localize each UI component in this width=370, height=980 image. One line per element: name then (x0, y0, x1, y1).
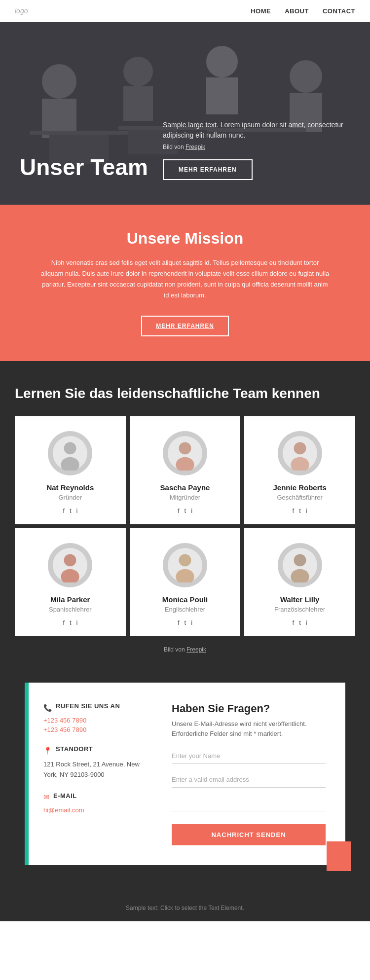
member-role-1: Mitgründer (140, 494, 231, 501)
hero-section: Unser Team Sample large text. Lorem ipsu… (0, 22, 370, 205)
instagram-icon-0[interactable]: i (76, 507, 78, 514)
twitter-icon-1[interactable]: t (185, 507, 186, 514)
social-icons-4: f t i (140, 619, 231, 626)
member-role-2: Geschäftsführer (254, 494, 345, 501)
form-subtitle: Unsere E-Mail-Adresse wird nicht veröffe… (172, 719, 326, 738)
twitter-icon-3[interactable]: t (70, 619, 72, 626)
twitter-icon-0[interactable]: t (70, 507, 72, 514)
social-icons-0: f t i (25, 507, 116, 514)
nav-about[interactable]: ABOUT (285, 7, 309, 15)
member-name-0: Nat Reynolds (25, 483, 116, 492)
address: 121 Rock Street, 21 Avenue, New York, NY… (43, 760, 142, 780)
avatar-5 (278, 543, 322, 587)
team-credit-link[interactable]: Freepik (186, 646, 206, 653)
phone-label: RUFEN SIE UNS AN (56, 702, 120, 710)
mission-section: Unsere Mission Nibh venenatis cras sed f… (0, 205, 370, 361)
hero-cta-button[interactable]: MEHR ERFAHREN (163, 159, 253, 180)
name-input[interactable] (172, 748, 326, 764)
mission-text: Nibh venenatis cras sed felis eget velit… (39, 257, 331, 301)
hero-content: Unser Team Sample large text. Lorem ipsu… (0, 120, 370, 180)
nav-contact[interactable]: CONTACT (323, 7, 355, 15)
instagram-icon-5[interactable]: i (306, 619, 307, 626)
hero-text: Sample large text. Lorem ipsum dolor sit… (163, 120, 350, 141)
mission-title: Unsere Mission (39, 229, 331, 248)
team-section-title: Lernen Sie das leidenschaftliche Team ke… (15, 386, 355, 401)
phone1[interactable]: +123 456 7890 (43, 717, 142, 724)
submit-button[interactable]: NACHRICHT SENDEN (172, 824, 326, 845)
social-icons-1: f t i (140, 507, 231, 514)
email-block: ✉ E-MAIL hi@email.com (43, 792, 142, 814)
avatar-0 (48, 431, 92, 475)
hero-credit: Bild von Freepik (163, 144, 350, 150)
svg-point-24 (64, 554, 76, 567)
avatar-1 (163, 431, 207, 475)
contact-info: 📞 RUFEN SIE UNS AN +123 456 7890 +123 45… (29, 683, 157, 865)
mission-cta-button[interactable]: MEHR ERFAHREN (141, 316, 229, 336)
member-name-4: Monica Pouli (140, 595, 231, 604)
instagram-icon-1[interactable]: i (191, 507, 192, 514)
team-card-1: Sascha Payne Mitgründer f t i (130, 416, 241, 524)
facebook-icon-1[interactable]: f (178, 507, 180, 514)
facebook-icon-2[interactable]: f (293, 507, 295, 514)
email-label: E-MAIL (53, 792, 77, 799)
team-credit: Bild von Freepik (15, 646, 355, 653)
location-label: STANDORT (56, 745, 93, 753)
member-name-3: Mila Parker (25, 595, 116, 604)
instagram-icon-4[interactable]: i (191, 619, 192, 626)
email-input[interactable] (172, 772, 326, 788)
svg-point-18 (179, 442, 191, 455)
nav-links: HOME ABOUT CONTACT (251, 7, 355, 15)
member-role-4: Englischlehrer (140, 606, 231, 613)
instagram-icon-3[interactable]: i (76, 619, 78, 626)
twitter-icon-4[interactable]: t (185, 619, 186, 626)
member-role-0: Gründer (25, 494, 116, 501)
svg-point-15 (64, 442, 76, 455)
member-role-5: Französischlehrer (254, 606, 345, 613)
footer-text: Sample text: Click to select the Text El… (10, 905, 360, 911)
social-icons-5: f t i (254, 619, 345, 626)
nav-home[interactable]: HOME (251, 7, 271, 15)
phone2[interactable]: +123 456 7890 (43, 726, 142, 733)
phone-block: 📞 RUFEN SIE UNS AN +123 456 7890 +123 45… (43, 702, 142, 733)
team-card-5: Walter Lilly Französischlehrer f t i (244, 528, 355, 636)
team-card-3: Mila Parker Spanischlehrer f t i (15, 528, 126, 636)
phone-icon: 📞 (43, 704, 52, 712)
contact-form: Haben Sie Fragen? Unsere E-Mail-Adresse … (157, 683, 345, 865)
team-card-0: Nat Reynolds Gründer f t i (15, 416, 126, 524)
location-block: 📍 STANDORT 121 Rock Street, 21 Avenue, N… (43, 745, 142, 780)
avatar-4 (163, 543, 207, 587)
svg-point-30 (294, 554, 306, 567)
svg-point-27 (179, 554, 191, 567)
logo: logo (15, 7, 28, 15)
member-name-5: Walter Lilly (254, 595, 345, 604)
member-name-1: Sascha Payne (140, 483, 231, 492)
twitter-icon-2[interactable]: t (299, 507, 301, 514)
email-icon: ✉ (43, 793, 49, 801)
hero-credit-link[interactable]: Freepik (185, 144, 205, 150)
facebook-icon-0[interactable]: f (63, 507, 65, 514)
message-input[interactable] (172, 796, 326, 811)
avatar-3 (48, 543, 92, 587)
facebook-icon-5[interactable]: f (293, 619, 295, 626)
social-icons-2: f t i (254, 507, 345, 514)
form-title: Haben Sie Fragen? (172, 702, 326, 715)
social-icons-3: f t i (25, 619, 116, 626)
member-name-2: Jennie Roberts (254, 483, 345, 492)
email-address[interactable]: hi@email.com (43, 806, 142, 814)
right-accent (327, 841, 351, 871)
contact-section: 📞 RUFEN SIE UNS AN +123 456 7890 +123 45… (0, 673, 370, 895)
member-role-3: Spanischlehrer (25, 606, 116, 613)
hero-title: Unser Team (20, 155, 148, 180)
facebook-icon-4[interactable]: f (178, 619, 180, 626)
team-card-4: Monica Pouli Englischlehrer f t i (130, 528, 241, 636)
svg-point-21 (294, 442, 306, 455)
facebook-icon-3[interactable]: f (63, 619, 65, 626)
instagram-icon-2[interactable]: i (306, 507, 307, 514)
avatar-2 (278, 431, 322, 475)
navbar: logo HOME ABOUT CONTACT (0, 0, 370, 22)
hero-right: Sample large text. Lorem ipsum dolor sit… (163, 120, 350, 180)
team-grid: Nat Reynolds Gründer f t i Sascha Payne … (15, 416, 355, 636)
team-section: Lernen Sie das leidenschaftliche Team ke… (0, 361, 370, 673)
left-accent (25, 683, 29, 865)
twitter-icon-5[interactable]: t (299, 619, 301, 626)
